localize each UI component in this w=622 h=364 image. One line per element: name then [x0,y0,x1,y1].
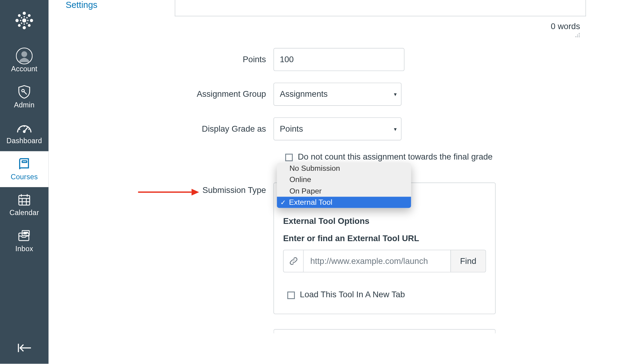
chevron-down-icon: ▾ [394,91,397,97]
new-tab-row: Load This Tool In A New Tab [283,290,486,300]
assignment-group-select[interactable]: Assignments ▾ [274,83,402,106]
assignment-group-row: Assignment Group Assignments ▾ [175,83,586,106]
svg-point-9 [24,16,25,17]
svg-point-43 [577,36,578,37]
display-grade-label: Display Grade as [175,124,274,134]
svg-point-44 [579,36,580,37]
svg-point-8 [28,24,31,27]
assignment-group-label: Assignment Group [175,89,274,99]
points-label: Points [175,55,274,64]
points-row: Points [175,48,586,71]
dropdown-option-on-paper[interactable]: On Paper [277,185,411,197]
svg-point-5 [18,14,21,17]
canvas-logo [13,9,36,32]
points-input[interactable] [274,48,405,71]
svg-rect-25 [22,161,27,163]
svg-point-42 [576,36,576,37]
check-icon: ✓ [280,198,286,206]
svg-point-10 [24,23,25,25]
dropdown-option-external-tool[interactable]: ✓ External Tool [277,197,411,208]
no-count-label: Do not count this assignment towards the… [298,152,492,162]
collapse-nav-button[interactable] [0,332,49,364]
external-tool-options-heading: External Tool Options [283,216,486,226]
svg-point-39 [579,33,580,34]
svg-point-0 [22,19,26,22]
chevron-down-icon: ▾ [394,126,397,132]
nav-calendar[interactable]: Calendar [0,187,49,223]
external-tool-url-label: Enter or find an External Tool URL [283,234,486,243]
shield-key-icon [16,83,32,100]
svg-line-23 [29,129,29,129]
nav-label: Dashboard [6,137,42,146]
no-count-checkbox[interactable] [285,153,293,161]
no-count-row: Do not count this assignment towards the… [274,152,586,162]
svg-point-14 [26,17,28,18]
link-icon [284,250,304,272]
external-tool-url-group: Find [283,250,486,272]
rich-text-editor[interactable] [175,0,586,16]
svg-point-18 [21,51,27,57]
new-tab-checkbox[interactable] [287,291,295,299]
nav-label: Courses [11,173,38,181]
nav-courses[interactable]: Courses [0,151,49,187]
svg-point-11 [20,20,21,21]
display-grade-row: Display Grade as Points ▾ [175,117,586,140]
nav-label: Admin [14,101,35,110]
global-nav: Account Admin Dashboard Courses Calendar… [0,0,49,364]
svg-point-4 [30,19,33,22]
find-external-tool-button[interactable]: Find [450,250,486,272]
calendar-icon [16,191,32,208]
new-tab-label: Load This Tool In A New Tab [300,290,405,300]
svg-point-15 [21,22,22,24]
nav-label: Inbox [15,245,33,253]
svg-point-13 [21,17,22,18]
svg-point-41 [579,35,580,35]
dropdown-option-online[interactable]: Online [277,174,411,185]
next-panel [274,329,496,333]
svg-point-16 [26,22,28,24]
svg-point-40 [577,35,578,35]
nav-admin[interactable]: Admin [0,79,49,115]
dropdown-option-label: External Tool [289,198,333,207]
nav-inbox[interactable]: Inbox [0,223,49,259]
dropdown-option-no-submission[interactable]: No Submission [277,163,411,174]
nav-label: Account [11,65,38,74]
course-nav-settings-link[interactable]: Settings [66,0,97,10]
svg-point-12 [27,20,29,21]
annotation-arrow-icon [138,188,199,197]
nav-dashboard[interactable]: Dashboard [0,115,49,151]
user-circle-icon [16,48,32,64]
svg-rect-26 [19,195,30,205]
display-grade-value: Points [280,124,303,134]
gauge-icon [16,120,32,136]
svg-point-1 [23,12,26,15]
nav-account[interactable]: Account [0,43,49,79]
editor-resize-grip-icon[interactable] [575,32,580,38]
svg-point-6 [28,14,31,17]
svg-line-21 [24,127,28,132]
assignment-group-value: Assignments [280,89,328,99]
book-icon [16,155,32,172]
svg-point-2 [23,26,26,29]
svg-point-3 [15,19,19,22]
svg-line-22 [19,129,20,129]
word-count: 0 words [551,22,580,32]
submission-type-dropdown: No Submission Online On Paper ✓ External… [277,163,411,208]
nav-label: Calendar [9,209,39,217]
svg-point-7 [18,24,21,27]
inbox-icon [16,227,32,244]
display-grade-select[interactable]: Points ▾ [274,117,402,140]
external-tool-url-input[interactable] [304,250,450,272]
